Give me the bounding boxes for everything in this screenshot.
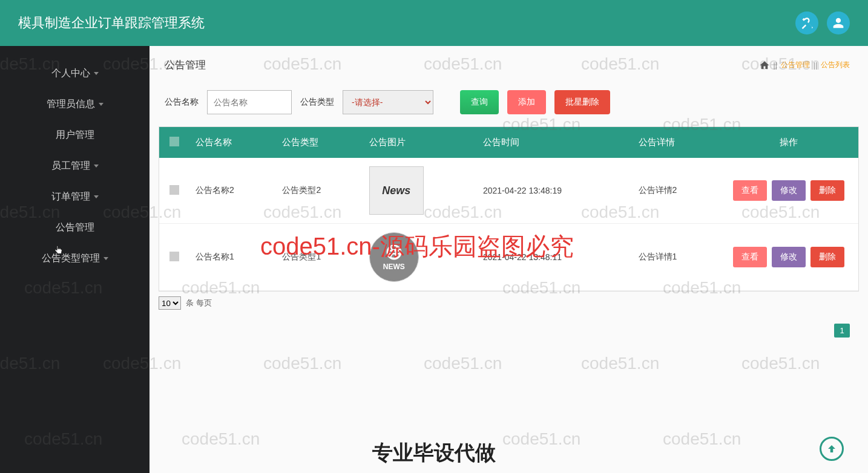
app-title: 模具制造企业订单跟踪管理系统 [18, 14, 205, 32]
cell-detail: 公告详情1 [633, 224, 719, 291]
tools-icon-button[interactable] [795, 11, 818, 34]
add-button[interactable]: 添加 [507, 90, 546, 114]
filter-type-select[interactable]: -请选择- [343, 90, 433, 114]
data-table-wrap: 公告名称 公告类型 公告图片 公告时间 公告详情 操作 公告名称2 公告类型2 … [159, 126, 859, 292]
pager-label: 条 每页 [186, 298, 212, 308]
breadcrumb: || 公告管理 || 公告列表 [759, 60, 850, 71]
page-size-select[interactable]: 10 [159, 296, 181, 310]
col-type: 公告类型 [276, 127, 363, 158]
col-action: 操作 [719, 127, 858, 158]
sidebar-item-staff[interactable]: 员工管理 [0, 151, 150, 181]
cell-detail: 公告详情2 [633, 158, 719, 224]
filter-type-label: 公告类型 [300, 97, 334, 108]
breadcrumb-sep: || [774, 61, 777, 70]
view-button[interactable]: 查看 [733, 180, 767, 201]
table-row: 公告名称1 公告类型1 NEWS 2021-04-22 13:48:11 公告详… [159, 224, 858, 291]
row-checkbox[interactable] [169, 185, 179, 195]
sidebar-item-personal[interactable]: 个人中心 [0, 58, 150, 89]
breadcrumb-link-2[interactable]: 公告列表 [821, 60, 850, 70]
filter-name-label: 公告名称 [165, 97, 199, 108]
pagination: 1 [150, 324, 850, 338]
view-button[interactable]: 查看 [733, 247, 767, 267]
tools-icon [801, 17, 813, 29]
col-detail: 公告详情 [633, 127, 719, 158]
cell-name: 公告名称1 [189, 224, 276, 291]
user-icon-button[interactable] [827, 11, 850, 34]
scroll-top-button[interactable] [820, 437, 844, 461]
col-image: 公告图片 [363, 127, 477, 158]
batch-delete-button[interactable]: 批星删除 [554, 90, 610, 114]
edit-button[interactable]: 修改 [772, 180, 806, 201]
header-actions [795, 11, 850, 34]
sidebar: 个人中心 管理员信息 用户管理 员工管理 订单管理 公告管理 公告类型管理 [0, 46, 150, 473]
col-time: 公告时间 [477, 127, 633, 158]
filter-bar: 公告名称 公告类型 -请选择- 查询 添加 批星删除 [150, 78, 868, 126]
col-name: 公告名称 [189, 127, 276, 158]
app-header: 模具制造企业订单跟踪管理系统 [0, 0, 868, 46]
cell-type: 公告类型1 [276, 224, 363, 291]
arrow-up-icon [826, 443, 837, 454]
edit-button[interactable]: 修改 [772, 247, 806, 267]
cell-time: 2021-04-22 13:48:11 [477, 224, 633, 291]
sidebar-item-users[interactable]: 用户管理 [0, 120, 150, 151]
main-content: 公告管理 || 公告管理 || 公告列表 公告名称 公告类型 -请选择- 查询 … [150, 46, 868, 473]
delete-button[interactable]: 删除 [810, 247, 844, 267]
cell-name: 公告名称2 [189, 158, 276, 224]
sidebar-item-notice-types[interactable]: 公告类型管理 [0, 243, 150, 274]
news-image: NEWS [369, 232, 419, 282]
cell-time: 2021-04-22 13:48:19 [477, 158, 633, 224]
table-row: 公告名称2 公告类型2 News 2021-04-22 13:48:19 公告详… [159, 158, 858, 224]
sidebar-item-admin[interactable]: 管理员信息 [0, 89, 150, 120]
select-all-checkbox[interactable] [169, 137, 179, 146]
search-button[interactable]: 查询 [460, 90, 499, 114]
page-number[interactable]: 1 [834, 324, 850, 338]
home-icon[interactable] [759, 60, 770, 71]
breadcrumb-sep: || [814, 61, 817, 70]
row-checkbox[interactable] [169, 252, 179, 261]
pager: 10 条 每页 [150, 292, 868, 315]
filter-name-input[interactable] [207, 90, 292, 114]
sidebar-item-orders[interactable]: 订单管理 [0, 181, 150, 212]
sidebar-item-notices[interactable]: 公告管理 [0, 212, 150, 243]
breadcrumb-link-1[interactable]: 公告管理 [781, 60, 810, 70]
page-title: 公告管理 [165, 58, 206, 72]
cell-type: 公告类型2 [276, 158, 363, 224]
user-icon [832, 17, 844, 29]
news-image: News [369, 166, 424, 215]
data-table: 公告名称 公告类型 公告图片 公告时间 公告详情 操作 公告名称2 公告类型2 … [159, 127, 858, 291]
delete-button[interactable]: 删除 [810, 180, 844, 201]
